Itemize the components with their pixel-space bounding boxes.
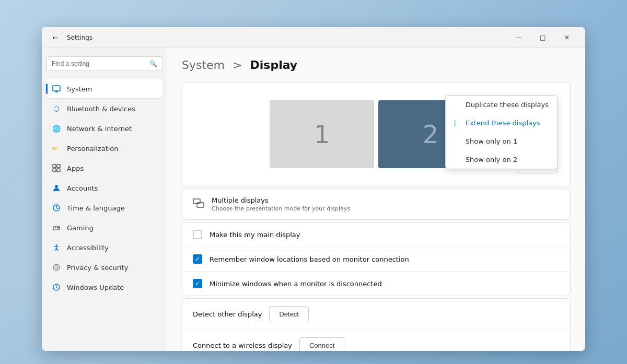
- window-title: Settings: [67, 34, 92, 41]
- svg-point-18: [53, 264, 60, 271]
- sidebar-item-system[interactable]: System: [46, 79, 163, 98]
- svg-rect-6: [53, 165, 56, 168]
- accounts-icon: [51, 183, 62, 193]
- sidebar-item-apps[interactable]: Apps: [46, 159, 163, 178]
- settings-window: ← Settings — □ ✕ 🔍 System: [42, 27, 585, 351]
- checkbox-settings-section: Make this my main display ✓ Remember win…: [182, 222, 571, 296]
- breadcrumb-current: Display: [250, 58, 297, 72]
- detect-button[interactable]: Detect: [269, 306, 309, 322]
- main-display-row: Make this my main display: [182, 222, 570, 247]
- sidebar-item-privacy-label: Privacy & security: [67, 264, 128, 272]
- sidebar-item-accessibility[interactable]: Accessibility: [46, 238, 163, 257]
- sidebar-item-update[interactable]: Windows Update: [46, 278, 163, 297]
- maximize-button[interactable]: □: [531, 27, 555, 48]
- gaming-icon: [51, 222, 62, 233]
- network-icon: 🌐: [51, 123, 62, 134]
- sidebar-item-update-label: Windows Update: [67, 284, 124, 291]
- sidebar-item-gaming-label: Gaming: [67, 224, 94, 232]
- svg-rect-9: [57, 169, 60, 172]
- dropdown-item-show1-label: Show only on 1: [466, 137, 517, 145]
- svg-rect-7: [57, 165, 60, 168]
- accessibility-icon: [51, 242, 62, 253]
- monitor-2-label: 2: [423, 120, 439, 149]
- svg-text:✏️: ✏️: [52, 145, 58, 152]
- dropdown-item-show2[interactable]: Show only on 2: [446, 150, 557, 169]
- multiple-displays-icon: [193, 197, 204, 211]
- remember-locations-label: Remember window locations based on monit…: [210, 255, 409, 263]
- sidebar-item-bluetooth[interactable]: ⬡ Bluetooth & devices: [46, 99, 163, 118]
- main-content: System > Display 1 2 Duplicate these: [167, 48, 585, 351]
- sidebar-item-personalization-label: Personalization: [67, 145, 119, 152]
- connect-action: Connect: [299, 337, 344, 351]
- duplicate-checkmark: [454, 101, 461, 109]
- minimize-windows-checkbox[interactable]: ✓: [193, 279, 202, 288]
- search-box[interactable]: 🔍: [46, 56, 163, 71]
- sidebar-item-gaming[interactable]: Gaming: [46, 218, 163, 237]
- minimize-button[interactable]: —: [507, 27, 531, 48]
- sidebar-item-time-label: Time & language: [67, 204, 125, 212]
- privacy-icon: [51, 262, 62, 273]
- dropdown-item-extend-label: Extend these displays: [466, 119, 540, 127]
- update-icon: [51, 282, 62, 292]
- sidebar-item-accounts[interactable]: Accounts: [46, 179, 163, 197]
- minimize-windows-row: ✓ Minimize windows when a monitor is dis…: [182, 272, 570, 296]
- search-input[interactable]: [52, 60, 149, 67]
- dropdown-item-show1[interactable]: Show only on 1: [446, 132, 557, 150]
- back-button[interactable]: ←: [48, 30, 63, 45]
- svg-point-15: [57, 227, 58, 228]
- multiple-displays-section: Multiple displays Choose the presentatio…: [182, 189, 571, 220]
- back-icon: ←: [52, 33, 59, 42]
- wireless-display-row: Connect to a wireless display Connect: [182, 330, 570, 351]
- sidebar: 🔍 System ⬡ Bluetooth & devices 🌐 Netw: [42, 48, 167, 351]
- multiple-displays-desc: Choose the presentation mode for your di…: [212, 205, 560, 212]
- title-bar: ← Settings — □ ✕: [42, 27, 585, 48]
- show1-checkmark: [454, 138, 461, 145]
- detect-action: Detect: [269, 306, 309, 322]
- breadcrumb: System > Display: [182, 58, 571, 72]
- sidebar-item-network[interactable]: 🌐 Network & internet: [46, 119, 163, 138]
- svg-text:⬡: ⬡: [53, 104, 60, 113]
- show2-checkmark: [454, 156, 461, 163]
- monitor-1[interactable]: 1: [270, 100, 374, 168]
- wireless-display-label: Connect to a wireless display: [193, 342, 292, 349]
- main-display-checkbox[interactable]: [193, 230, 202, 239]
- sidebar-item-personalization[interactable]: ✏️ Personalization: [46, 139, 163, 158]
- system-icon: [51, 84, 62, 94]
- dropdown-item-extend[interactable]: | Extend these displays: [446, 114, 557, 132]
- dropdown-item-duplicate-label: Duplicate these displays: [466, 101, 549, 109]
- page-header: System > Display: [182, 58, 571, 72]
- window-controls: — □ ✕: [507, 27, 579, 48]
- main-display-label: Make this my main display: [210, 231, 300, 239]
- svg-point-16: [58, 227, 59, 228]
- multiple-displays-title: Multiple displays: [212, 196, 560, 204]
- display-preview-area: 1 2 Duplicate these displays | Extend th…: [182, 82, 571, 186]
- dropdown-item-duplicate[interactable]: Duplicate these displays: [446, 96, 557, 114]
- svg-point-10: [55, 185, 58, 188]
- display-mode-dropdown: Duplicate these displays | Extend these …: [445, 95, 558, 169]
- svg-point-17: [56, 244, 57, 246]
- sidebar-item-bluetooth-label: Bluetooth & devices: [67, 105, 135, 113]
- sidebar-item-privacy[interactable]: Privacy & security: [46, 258, 163, 277]
- extend-checkmark: |: [454, 120, 461, 127]
- svg-rect-0: [53, 86, 60, 91]
- sidebar-item-apps-label: Apps: [67, 165, 84, 172]
- sidebar-item-accessibility-label: Accessibility: [67, 244, 109, 252]
- breadcrumb-parent: System: [182, 58, 225, 72]
- sidebar-item-network-label: Network & internet: [67, 125, 132, 133]
- remember-locations-checkbox[interactable]: ✓: [193, 254, 202, 264]
- minimize-windows-label: Minimize windows when a monitor is disco…: [210, 280, 382, 288]
- svg-text:🌐: 🌐: [52, 124, 61, 133]
- detect-display-label: Detect other display: [193, 310, 262, 318]
- close-button[interactable]: ✕: [555, 27, 579, 48]
- monitor-1-label: 1: [314, 120, 330, 149]
- connect-button[interactable]: Connect: [299, 337, 344, 351]
- svg-rect-8: [53, 169, 56, 172]
- action-settings-section: Detect other display Detect Connect to a…: [182, 298, 571, 351]
- apps-icon: [51, 163, 62, 173]
- remember-locations-row: ✓ Remember window locations based on mon…: [182, 247, 570, 272]
- sidebar-item-time[interactable]: Time & language: [46, 198, 163, 217]
- multiple-displays-row: Multiple displays Choose the presentatio…: [182, 189, 570, 219]
- svg-point-19: [55, 266, 58, 269]
- content-area: 🔍 System ⬡ Bluetooth & devices 🌐 Netw: [42, 48, 585, 351]
- dropdown-item-show2-label: Show only on 2: [466, 156, 517, 163]
